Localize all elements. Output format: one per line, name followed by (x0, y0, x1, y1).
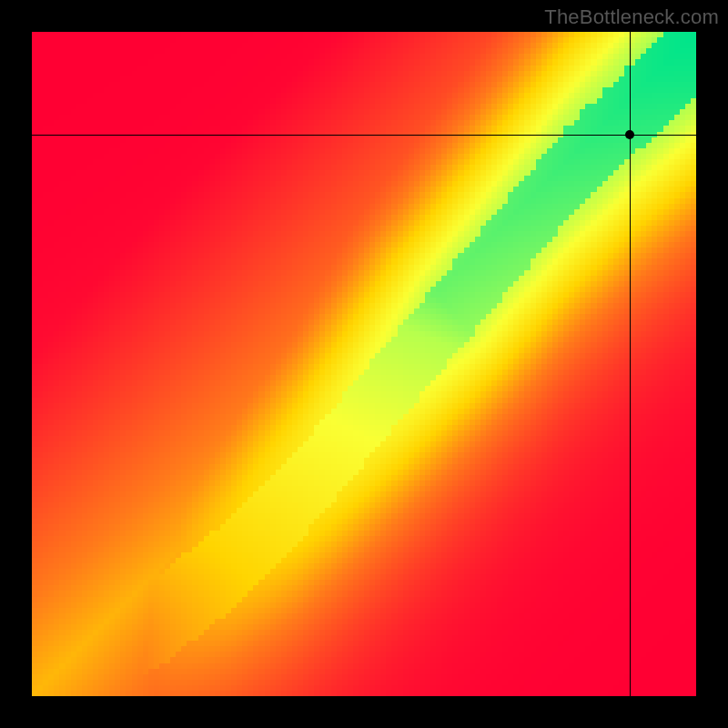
chart-wrapper: TheBottleneck.com (0, 0, 728, 728)
watermark-text: TheBottleneck.com (544, 5, 719, 29)
bottleneck-heatmap (32, 32, 696, 696)
